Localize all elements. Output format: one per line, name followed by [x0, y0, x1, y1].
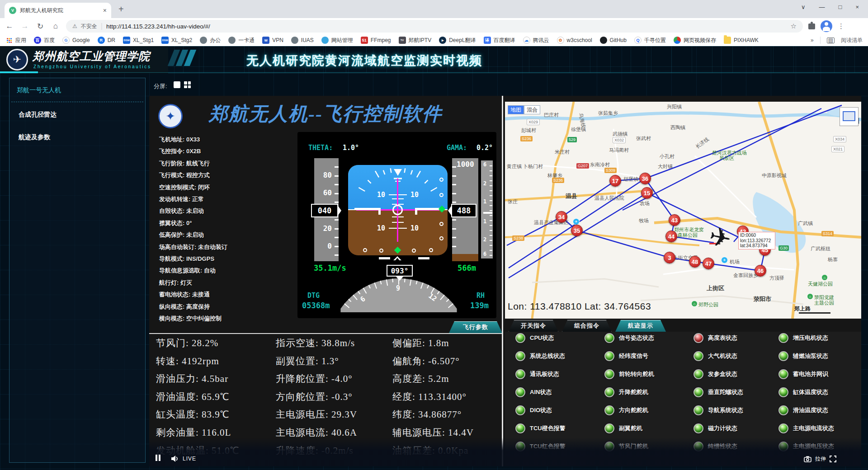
status-item: 信号姿态状态 — [604, 333, 654, 343]
DR-favicon: R — [98, 37, 105, 44]
bookmark-item[interactable]: Q千寻位置 — [634, 37, 666, 44]
sidebar-item-sar[interactable]: 合成孔径雷达 — [19, 111, 57, 119]
bookmark-item[interactable]: GitHub — [600, 37, 627, 44]
stretch-button[interactable]: 拉伸 — [815, 455, 826, 463]
window-controls: ∨ — □ × — [792, 4, 868, 10]
status-item: 辅燃油泵状态 — [778, 351, 828, 361]
map-label: 马冯蔺村 — [609, 147, 629, 154]
param-label: 纬度: — [392, 409, 418, 420]
browser-tab[interactable]: V 郑航无人机研究院 × — [5, 3, 111, 18]
bookmark-item[interactable]: ▸DeepL翻译 — [439, 37, 476, 44]
reading-list-label[interactable]: 阅读清单 — [841, 37, 863, 44]
fullscreen-icon[interactable] — [830, 456, 836, 462]
forward-icon[interactable]: → — [20, 22, 30, 31]
bookmark-item[interactable]: TV郑航IPTV — [399, 37, 432, 44]
bookmark-item[interactable]: RDR — [98, 37, 115, 44]
status-led-g — [515, 405, 525, 415]
map-layer-normal[interactable]: 地图 — [508, 105, 524, 114]
map-layer-hybrid[interactable]: 混合 — [524, 105, 540, 114]
bookmark-item[interactable]: 网站管理 — [321, 37, 353, 44]
bookmark-item[interactable]: 百百度 — [34, 37, 55, 44]
url-text[interactable]: http://114.115.223.241/hh-uav-video/#/ — [106, 23, 787, 30]
waypoint-marker[interactable]: 35 — [571, 225, 583, 236]
waypoint-marker[interactable]: 17 — [609, 175, 621, 187]
bookmark-item[interactable]: DSMXL_Stg2 — [161, 37, 192, 44]
video-stream[interactable]: ✦ 郑航无人机--飞行控制软件 飞机地址: 0X33飞控指令: 0X2B飞行阶段… — [149, 96, 861, 466]
split-quad-icon[interactable] — [184, 81, 191, 88]
snapshot-camera-icon[interactable] — [804, 456, 811, 462]
tab-flight-params[interactable]: 飞行参数 — [449, 321, 502, 333]
waypoint-marker[interactable]: 48 — [689, 256, 701, 268]
tab-track-display[interactable]: 航迹显示 — [615, 320, 666, 332]
pause-button[interactable] — [155, 455, 161, 463]
bookmark-item[interactable]: 译百度翻译 — [484, 37, 515, 44]
map-label: 赵堡镇 — [623, 176, 638, 183]
param-value: 5.2m — [428, 373, 449, 384]
new-tab-button[interactable]: + — [118, 4, 124, 14]
bookmark-item[interactable]: 网页视频保存 — [674, 37, 716, 44]
info-value: 0° — [186, 220, 192, 226]
address-bar[interactable]: ⚠ 不安全 | http://114.115.223.241/hh-uav-vi… — [66, 20, 803, 33]
profile-avatar[interactable] — [821, 20, 832, 32]
status-item: 方向舵舵机 — [604, 405, 648, 415]
bookmark-item[interactable]: 51FFmpeg — [361, 37, 391, 44]
DeepL翻译-favicon: ▸ — [439, 37, 446, 44]
info-value: 程控方式 — [186, 172, 210, 179]
sidebar-item-uav1[interactable]: 郑航一号无人机 — [17, 86, 61, 94]
info-label: 飞机地址: — [159, 136, 186, 143]
map-label: 张武村 — [636, 135, 651, 142]
bookmark-item[interactable]: 一卡通 — [228, 37, 255, 44]
bookmark-star-icon[interactable]: ☆ — [791, 22, 797, 30]
home-icon[interactable]: ⌂ — [51, 22, 61, 31]
status-label: 大气机状态 — [708, 352, 737, 360]
waypoint-marker[interactable]: 46 — [755, 265, 766, 277]
bookmark-item[interactable]: ✿w3cschool — [557, 37, 592, 44]
menu-kebab-icon[interactable]: ⋮ — [838, 22, 844, 30]
airport-poi-icon: ✈ — [573, 218, 580, 225]
tab-switch-cmd[interactable]: 开关指令 — [509, 320, 558, 332]
road-badge: S236 — [520, 136, 533, 141]
map[interactable]: 地图 混合 ✈ ID:0060 lon:113.326772 lat:34.87… — [505, 102, 861, 319]
tab-close-icon[interactable]: × — [103, 7, 107, 14]
bookmark-item[interactable]: ☁腾讯云 — [523, 37, 549, 44]
waypoint-marker[interactable]: 3 — [664, 252, 675, 263]
pitch-num: 10 — [410, 191, 419, 199]
extensions-icon[interactable] — [808, 24, 815, 29]
status-item: 系统总线状态 — [515, 351, 565, 361]
bookmark-item[interactable]: DSMXL_Stg1 — [123, 37, 154, 44]
reload-icon[interactable]: ↻ — [35, 22, 45, 31]
map-overview-control[interactable] — [840, 107, 859, 126]
bookmark-item[interactable]: 应用 — [5, 37, 26, 44]
bookmark-item[interactable]: PIXHAWK — [724, 37, 759, 44]
window-minimize-button[interactable]: — — [819, 4, 825, 10]
waypoint-marker[interactable]: 47 — [703, 258, 714, 269]
waypoint-marker[interactable]: 15 — [641, 187, 653, 199]
tab-combo-cmd[interactable]: 组合指令 — [562, 320, 612, 332]
window-maximize-button[interactable]: □ — [839, 4, 842, 10]
map-label: 森林公园 — [678, 232, 698, 239]
tab-search-icon[interactable]: ∨ — [801, 4, 806, 10]
bookmark-item[interactable]: GGoogle — [62, 37, 90, 44]
fcs-info-row: 飞控指令: 0X2B — [159, 146, 296, 157]
window-close-button[interactable]: × — [855, 4, 859, 10]
status-led-g — [778, 333, 788, 343]
status-item: 经纬度信号 — [604, 351, 648, 361]
split-single-icon[interactable] — [174, 81, 180, 88]
param-value: 116.0L — [202, 427, 231, 438]
param-value: 40.6A — [331, 427, 357, 438]
waypoint-marker[interactable]: 43 — [669, 214, 680, 226]
bookmark-item[interactable]: wVPN — [262, 37, 283, 44]
fcs-info-row: 导航信息源选取: 自动 — [159, 265, 296, 277]
bookmark-label: 百度翻译 — [494, 37, 515, 44]
bookmark-item[interactable]: 办公 — [200, 37, 221, 44]
back-icon[interactable]: ← — [5, 22, 14, 31]
bookmarks-overflow-icon[interactable]: » — [811, 37, 814, 43]
waypoint-marker[interactable]: 34 — [556, 211, 567, 223]
status-led-g — [778, 387, 788, 397]
waypoint-marker[interactable]: 44 — [665, 230, 677, 242]
waypoint-marker[interactable]: 36 — [639, 173, 651, 184]
volume-icon[interactable] — [171, 455, 179, 462]
XL_Stg2-favicon: DSM — [161, 37, 169, 44]
sidebar-item-track[interactable]: 航迹及参数 — [19, 133, 50, 141]
bookmark-item[interactable]: IUAS — [291, 37, 314, 44]
